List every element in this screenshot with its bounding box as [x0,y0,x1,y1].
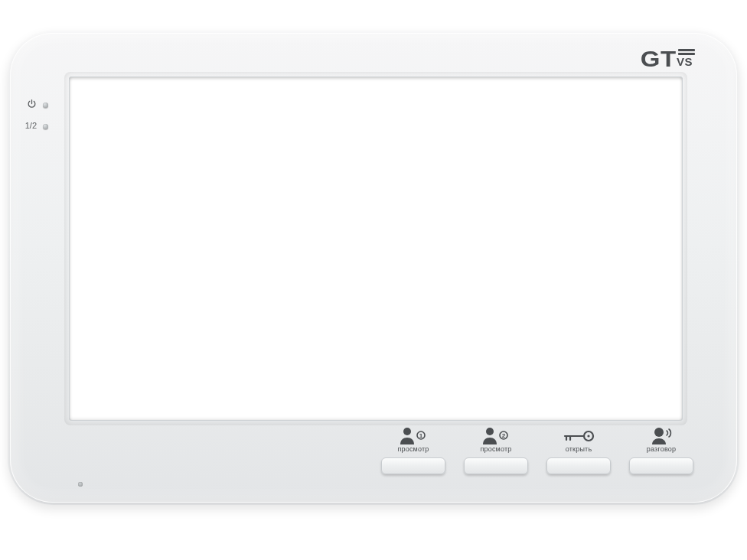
person-2-icon: 2 [481,425,511,444]
talk-button[interactable] [629,457,693,474]
button-group-open: открыть [546,425,611,474]
button-label-talk: разговор [647,445,676,453]
brand-right-wrap: VS [677,49,695,67]
view-1-button[interactable] [381,457,445,474]
brand-left: GT [641,47,677,70]
channel-indicator-label: 1/2 [20,122,37,130]
power-led [43,103,48,108]
brand-right: VS [677,56,693,67]
brand-logo: GT VS [642,47,695,70]
button-label-open: открыть [566,445,592,453]
view-2-button[interactable] [464,457,528,474]
microphone-hole [78,482,83,487]
button-row: 1 просмотр 2 [381,425,693,474]
svg-text:1: 1 [419,432,423,439]
svg-text:2: 2 [502,432,506,439]
intercom-monitor-body: GT VS 1/2 [8,31,739,505]
display-cutout [69,77,683,421]
open-door-button[interactable] [546,457,611,474]
power-indicator-label [20,99,37,109]
key-icon [562,425,595,444]
button-label-view2: просмотр [480,445,511,453]
button-group-view2: 2 просмотр [464,425,528,474]
brand-bars-icon [678,49,695,55]
svg-point-0 [403,428,411,435]
button-group-view1: 1 просмотр [381,425,445,474]
channel-led [43,124,48,129]
button-group-talk: разговор [629,425,693,474]
svg-point-3 [486,428,494,435]
person-1-icon: 1 [398,425,429,444]
svg-point-8 [654,428,664,437]
talk-icon [648,425,674,444]
button-label-view1: просмотр [397,445,429,453]
product-stage: GT VS 1/2 [0,0,747,560]
power-icon [27,99,37,109]
svg-point-7 [587,435,589,437]
